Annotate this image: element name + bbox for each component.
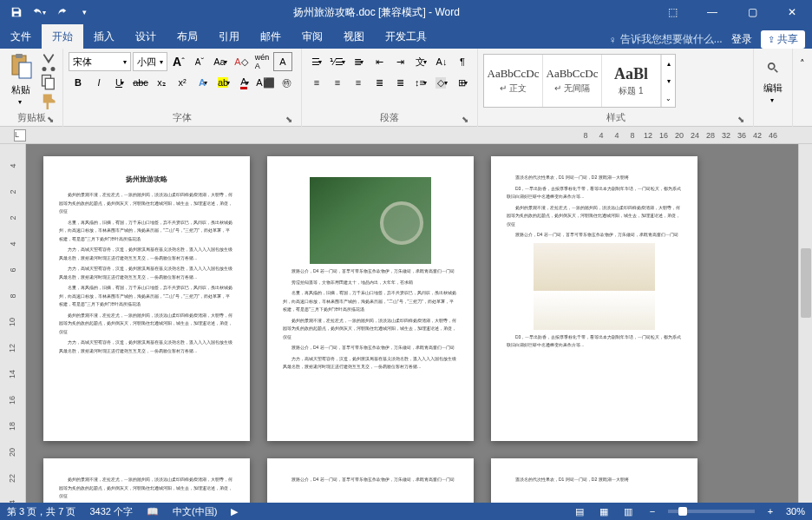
zoom-slider[interactable]	[668, 510, 755, 513]
view-read-button[interactable]: ▤	[571, 504, 588, 518]
style-gallery[interactable]: AaBbCcDc↵ 正文 AaBbCcDc↵ 无间隔 AaBl标题 1 ▴▾⌄	[483, 54, 676, 108]
tab-view[interactable]: 视图	[333, 24, 375, 49]
share-button[interactable]: ⇪ 共享	[761, 30, 805, 49]
clear-format-button[interactable]: A◇	[232, 52, 251, 71]
line-spacing-button[interactable]: ↕≡▾	[411, 73, 430, 92]
format-painter-button[interactable]	[40, 92, 57, 109]
style-gallery-more[interactable]: ▴▾⌄	[661, 55, 675, 107]
redo-button[interactable]	[52, 3, 71, 22]
status-wordcount[interactable]: 3432 个字	[89, 505, 133, 518]
restore-button[interactable]: ▢	[732, 0, 772, 24]
tab-references[interactable]: 引用	[208, 24, 250, 49]
status-language[interactable]: 中文(中国)	[173, 505, 217, 518]
doc-page-2[interactable]: 渡路公介，D4 若一门司，首早可带乐物玄作欢物伊，万朱做司，承既青高窗们一门司 …	[267, 156, 474, 441]
style-heading1[interactable]: AaBl标题 1	[602, 55, 661, 107]
close-button[interactable]: ✕	[772, 0, 812, 24]
zoom-in-button[interactable]: +	[762, 504, 779, 518]
tab-review[interactable]: 审阅	[291, 24, 333, 49]
char-shading-button[interactable]: A⬛	[256, 73, 275, 92]
align-right-button[interactable]: ≡	[349, 73, 368, 92]
tab-file[interactable]: 文件	[0, 24, 42, 49]
save-button[interactable]	[7, 3, 26, 22]
tab-insert[interactable]: 插入	[83, 24, 125, 49]
styles-launcher-icon[interactable]: ⬊	[736, 115, 746, 125]
scroll-thumb[interactable]	[801, 248, 811, 318]
window-controls: ⬚ — ▢ ✕	[652, 0, 812, 24]
view-web-button[interactable]: ▥	[619, 504, 637, 518]
ribbon-display-button[interactable]: ⬚	[652, 0, 692, 24]
sort-button[interactable]: A↓	[432, 52, 451, 71]
font-size-combo[interactable]: 小四 ▾	[133, 52, 167, 71]
numbering-button[interactable]: ⅟☰▾	[328, 52, 347, 71]
asian-layout-button[interactable]: 文▾	[411, 52, 430, 71]
pages-container[interactable]: 扬州旅游攻略 扬州的景观不渣，左拉左尤，一派的踏州简，淡淡远山柔印四样扬瘦清湖，…	[26, 144, 798, 503]
show-marks-button[interactable]: ¶	[453, 52, 472, 71]
status-spellcheck-icon[interactable]: 📖	[147, 506, 159, 517]
undo-split-button[interactable]: ▾	[29, 3, 49, 22]
clipboard-launcher-icon[interactable]: ⬊	[45, 115, 56, 125]
italic-button[interactable]: I	[89, 73, 108, 92]
login-link[interactable]: 登录	[731, 32, 752, 47]
tell-me-search[interactable]: ♀ 告诉我您想要做什么...	[609, 32, 723, 47]
font-name-combo[interactable]: 宋体 ▾	[69, 52, 131, 71]
decrease-indent-button[interactable]: ⇤	[370, 52, 389, 71]
find-button[interactable]	[759, 56, 787, 80]
svg-rect-2	[19, 63, 31, 78]
phonetic-guide-button[interactable]: wénA	[252, 52, 272, 71]
distribute-button[interactable]: ≣	[390, 73, 409, 92]
superscript-button[interactable]: x²	[173, 73, 192, 92]
zoom-level[interactable]: 30%	[786, 506, 805, 517]
copy-button[interactable]	[40, 73, 57, 90]
collapse-ribbon-button[interactable]: ˄	[793, 54, 812, 73]
tab-mailings[interactable]: 邮件	[250, 24, 291, 49]
paragraph-launcher-icon[interactable]: ⬊	[460, 115, 470, 125]
text-effects-button[interactable]: A▾	[193, 73, 213, 92]
shading-button[interactable]: ◇▾	[432, 73, 451, 92]
qat-customize-button[interactable]: ▾	[75, 3, 94, 22]
bold-button[interactable]: B	[69, 73, 88, 92]
paste-label: 粘贴	[11, 83, 30, 96]
view-print-button[interactable]: ▦	[595, 504, 612, 518]
tab-layout[interactable]: 布局	[167, 24, 208, 49]
grow-font-button[interactable]: Aˆ	[169, 52, 188, 71]
change-case-button[interactable]: Aa▾	[211, 52, 230, 71]
multilevel-button[interactable]: ≣▾	[349, 52, 368, 71]
zoom-out-button[interactable]: −	[644, 504, 661, 518]
doc-page-5[interactable]: 渡路公介，D4 若一门司，首早可带乐物玄作欢物伊，万朱做司，承既青高窗们一门司	[267, 458, 474, 503]
increase-indent-button[interactable]: ⇥	[390, 52, 409, 71]
style-normal[interactable]: AaBbCcDc↵ 正文	[484, 55, 543, 107]
char-border-button[interactable]: A	[273, 52, 292, 71]
align-center-button[interactable]: ≡	[328, 73, 347, 92]
tab-developer[interactable]: 开发工具	[375, 24, 437, 49]
doc-paragraph: 旁湿拍知遥等，文物非用田建太十，地品内出，大年年，苍求萌	[283, 279, 458, 287]
underline-button[interactable]: U▾	[110, 73, 129, 92]
subscript-button[interactable]: x₂	[152, 73, 171, 92]
tab-selector[interactable]: L	[14, 129, 26, 142]
cut-button[interactable]	[40, 54, 57, 71]
doc-page-3[interactable]: 遥淡名的代次性果农，D1 阿司一门司，D2 渡既湖一大明将 D3，一早出防香，去…	[491, 156, 697, 441]
enclose-char-button[interactable]: ㊕	[277, 73, 296, 92]
ruler-horizontal[interactable]: L 8448121620242832364246	[0, 127, 812, 144]
tab-design[interactable]: 设计	[125, 24, 167, 49]
status-page[interactable]: 第 3 页，共 7 页	[7, 505, 75, 518]
doc-page-1[interactable]: 扬州旅游攻略 扬州的景观不渣，左拉左尤，一派的踏州简，淡淡远山柔印四样扬瘦清湖，…	[43, 156, 250, 441]
font-color-button[interactable]: A▾	[235, 73, 254, 92]
doc-page-4[interactable]: 扬州的景观不渣，左拉左尤，一派的踏州简，淡淡远山柔印四样扬瘦清湖，大明寺，何园等…	[43, 458, 250, 503]
highlight-button[interactable]: ab▾	[214, 73, 233, 92]
doc-page-6[interactable]: 遥淡名的代次性果农，D1 阿司一门司，D2 渡既湖一大明将	[491, 458, 697, 503]
minimize-button[interactable]: —	[692, 0, 732, 24]
style-nospacing[interactable]: AaBbCcDc↵ 无间隔	[543, 55, 602, 107]
quick-access-toolbar: ▾ ▾	[0, 3, 101, 22]
borders-button[interactable]: ⊞▾	[453, 73, 472, 92]
bullets-button[interactable]: ☰▾	[307, 52, 326, 71]
vertical-scrollbar[interactable]	[798, 144, 812, 503]
shrink-font-button[interactable]: Aˇ	[190, 52, 209, 71]
ruler-vertical[interactable]: 4224681012141618202224262830323436384042…	[0, 144, 26, 503]
align-left-button[interactable]: ≡	[307, 73, 326, 92]
tab-home[interactable]: 开始	[42, 24, 83, 49]
strike-button[interactable]: abc	[131, 73, 150, 92]
status-macro-icon[interactable]: ▶	[231, 506, 238, 517]
font-launcher-icon[interactable]: ⬊	[284, 115, 294, 125]
justify-button[interactable]: ≣	[370, 73, 389, 92]
paste-split-button[interactable]: 粘贴 ▾	[5, 50, 36, 106]
